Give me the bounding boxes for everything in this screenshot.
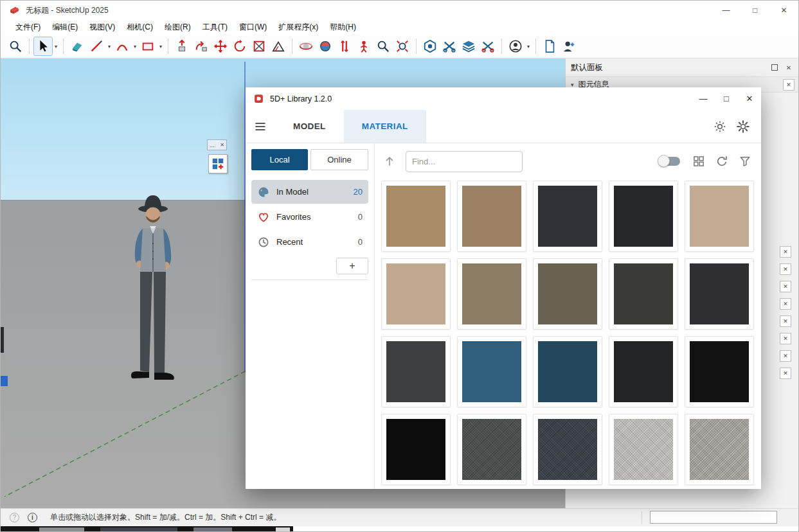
followme-tool[interactable]	[192, 37, 211, 56]
material-card[interactable]	[533, 181, 602, 252]
floating-toolbar-close-icon[interactable]: ✕	[220, 142, 224, 148]
select-tool-caret[interactable]: ▾	[53, 37, 59, 56]
close-button[interactable]: ✕	[769, 1, 798, 20]
material-card[interactable]	[457, 336, 526, 407]
panel-close-button[interactable]: ✕	[780, 333, 791, 344]
material-card[interactable]	[609, 336, 678, 407]
category-recent[interactable]: Recent0	[251, 230, 368, 254]
grid-view-icon[interactable]	[692, 154, 706, 168]
panel-close-button[interactable]: ✕	[780, 281, 791, 292]
rotate-tool[interactable]	[230, 37, 249, 56]
extension-scissors-tool[interactable]	[478, 37, 498, 56]
dialog-minimize-button[interactable]: —	[692, 87, 715, 110]
material-card[interactable]	[381, 181, 451, 252]
material-card[interactable]	[381, 414, 451, 485]
line-tool[interactable]	[87, 37, 106, 56]
tray-close-icon[interactable]: ✕	[783, 62, 795, 73]
minimize-button[interactable]: —	[712, 1, 741, 20]
pushpull-tool[interactable]	[172, 37, 192, 56]
menu-item[interactable]: 工具(T)	[197, 22, 233, 33]
panel-close-button[interactable]: ✕	[780, 263, 791, 275]
material-card[interactable]	[457, 258, 526, 330]
menu-item[interactable]: 编辑(E)	[46, 22, 84, 33]
panel-close-button[interactable]: ✕	[780, 298, 791, 310]
material-card[interactable]	[685, 336, 754, 407]
material-card[interactable]	[609, 258, 678, 330]
material-card[interactable]	[685, 258, 754, 330]
material-card[interactable]	[609, 414, 678, 485]
material-card[interactable]	[381, 336, 451, 407]
local-tab[interactable]: Local	[251, 149, 308, 170]
walk-tool[interactable]	[335, 37, 354, 56]
measurement-input[interactable]	[650, 511, 777, 524]
tab-material[interactable]: MATERIAL	[344, 110, 426, 143]
help-icon[interactable]: ?	[10, 513, 19, 522]
theme-icon[interactable]	[708, 115, 732, 138]
tab-model[interactable]: MODEL	[275, 110, 344, 143]
add-person-button[interactable]	[559, 37, 579, 56]
material-card[interactable]	[533, 414, 602, 485]
position-camera-tool[interactable]	[354, 37, 373, 56]
menu-icon[interactable]	[246, 110, 275, 143]
rectangle-tool[interactable]	[138, 37, 157, 56]
maximize-button[interactable]: □	[741, 1, 769, 20]
floating-toolbar-header[interactable]: ... ✕	[207, 139, 227, 150]
section-close-button[interactable]: ✕	[783, 79, 795, 91]
filter-icon[interactable]	[738, 154, 752, 168]
material-swatch	[614, 186, 673, 247]
gear-icon[interactable]	[732, 115, 755, 138]
look-around-tool[interactable]	[316, 37, 335, 56]
orbit-tool[interactable]	[296, 37, 316, 56]
material-card[interactable]	[533, 258, 602, 330]
extension-cut-tool[interactable]	[440, 37, 459, 56]
search-input[interactable]	[412, 157, 525, 166]
dialog-close-button[interactable]: ✕	[738, 87, 761, 110]
menu-item[interactable]: 扩展程序(x)	[273, 22, 324, 33]
account-button[interactable]	[506, 37, 525, 56]
panel-close-button[interactable]: ✕	[780, 350, 791, 362]
menu-item[interactable]: 视图(V)	[84, 22, 121, 33]
tape-measure-tool[interactable]	[269, 37, 288, 56]
sort-up-icon[interactable]	[382, 154, 397, 168]
menu-item[interactable]: 窗口(W)	[233, 22, 273, 33]
panel-close-button[interactable]: ✕	[780, 246, 791, 258]
panel-close-button[interactable]: ✕	[780, 368, 791, 379]
info-icon[interactable]: i	[28, 513, 37, 522]
refresh-icon[interactable]	[715, 154, 729, 168]
move-tool[interactable]	[211, 37, 230, 56]
menu-item[interactable]: 文件(F)	[10, 22, 46, 33]
menu-item[interactable]: 帮助(H)	[324, 22, 362, 33]
eraser-tool[interactable]	[67, 37, 87, 56]
tray-pin-icon[interactable]	[769, 62, 780, 73]
zoom-extents-tool[interactable]	[393, 37, 412, 56]
material-card[interactable]	[457, 181, 526, 252]
material-card[interactable]	[381, 258, 451, 330]
arc-tool[interactable]	[112, 37, 132, 56]
extension-layers-tool[interactable]	[459, 37, 478, 56]
dialog-maximize-button[interactable]: □	[715, 87, 738, 110]
material-card[interactable]	[609, 181, 678, 252]
category-favorites[interactable]: Favorites0	[251, 205, 368, 229]
online-tab[interactable]: Online	[310, 149, 368, 170]
arc-tool-caret[interactable]: ▾	[132, 37, 138, 56]
zoom-tool[interactable]	[6, 37, 25, 56]
select-tool[interactable]	[33, 37, 53, 56]
rectangle-tool-caret[interactable]: ▾	[157, 37, 164, 56]
section-plane-tool[interactable]	[249, 37, 269, 56]
new-file-button[interactable]	[540, 37, 559, 56]
menu-item[interactable]: 相机(C)	[121, 22, 159, 33]
account-button-caret[interactable]: ▾	[525, 37, 532, 56]
extension-hex-tool[interactable]	[420, 37, 440, 56]
floating-toolbar-button[interactable]	[208, 154, 228, 173]
material-card[interactable]	[533, 336, 602, 407]
menu-item[interactable]: 绘图(R)	[159, 22, 197, 33]
material-card[interactable]	[685, 414, 754, 485]
panel-close-button[interactable]: ✕	[780, 315, 791, 327]
line-tool-caret[interactable]: ▾	[106, 37, 112, 56]
material-card[interactable]	[457, 414, 526, 485]
zoom-window-tool[interactable]	[373, 37, 393, 56]
view-toggle[interactable]	[660, 157, 680, 166]
material-card[interactable]	[685, 181, 754, 252]
add-category-button[interactable]: +	[336, 258, 368, 274]
category-in-model[interactable]: In Model20	[251, 180, 368, 204]
